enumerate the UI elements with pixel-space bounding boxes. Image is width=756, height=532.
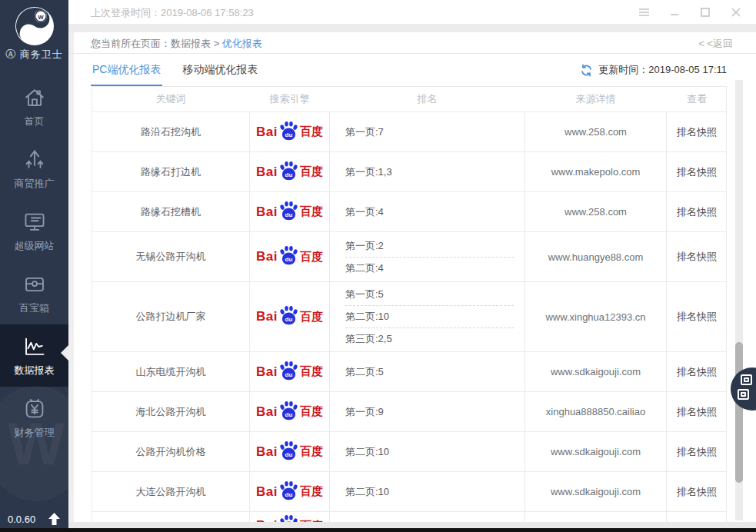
rank-line: 第一页:4 bbox=[345, 201, 514, 223]
rank-snapshot-link[interactable]: 排名快照 bbox=[677, 125, 717, 139]
source-cell: xinghua888850.cailiao bbox=[525, 392, 666, 431]
view-cell: 排名快照 bbox=[666, 152, 727, 191]
baidu-logo-icon: Bai du 百度 bbox=[256, 443, 323, 461]
table-body: 路沿石挖沟机 Bai du 百度 第一页:7 www.258.com 排名快照 bbox=[92, 112, 726, 523]
sidebar-item-百宝箱[interactable]: 百宝箱 bbox=[0, 262, 68, 324]
rank-cell: 第一页:4 bbox=[329, 192, 525, 231]
keyword-cell: 山东电缆开沟机 bbox=[92, 352, 249, 391]
version-label: 0.0.60 bbox=[8, 514, 35, 525]
menu-icon[interactable] bbox=[628, 3, 659, 22]
report-table: 关键词 搜索引擎 排名 来源详情 查看 路沿石挖沟机 Bai du 百度 bbox=[92, 86, 727, 523]
column-header-keyword: 关键词 bbox=[92, 87, 249, 111]
breadcrumb-row: 您当前所在页面：数据报表 > 优化报表 < <返回 bbox=[68, 32, 756, 54]
view-cell: 排名快照 bbox=[666, 232, 727, 281]
website-icon bbox=[23, 211, 46, 234]
breadcrumb-separator: > bbox=[214, 38, 220, 49]
baidu-logo-icon: Bai du 百度 bbox=[256, 308, 323, 326]
baidu-paw-icon: du bbox=[278, 201, 299, 221]
rank-snapshot-link[interactable]: 排名快照 bbox=[677, 445, 717, 459]
column-header-view: 查看 bbox=[666, 87, 727, 111]
window-controls bbox=[628, 3, 751, 22]
source-cell: www.258.com bbox=[525, 112, 666, 151]
svg-text:du: du bbox=[285, 171, 293, 178]
engine-cell: Bai du 百度 bbox=[249, 232, 329, 281]
view-cell: 排名快照 bbox=[666, 392, 727, 431]
rank-cell: 第二页:10 bbox=[329, 472, 525, 511]
sidebar-item-超级网站[interactable]: 超级网站 bbox=[0, 200, 68, 262]
titlebar-divider bbox=[68, 24, 756, 32]
app-window: w Ⓐ 商务卫士 首页 商贸推广 超级网站 百宝箱 数据报表 财务管理 W 0.… bbox=[0, 0, 756, 532]
rank-cell: 第一页:5第二页:10第三页:2,5 bbox=[329, 282, 525, 351]
toolbox-icon bbox=[23, 273, 46, 296]
keyword-cell: 公路打边机厂家 bbox=[92, 282, 249, 351]
tab-0[interactable]: PC端优化报表 bbox=[91, 54, 162, 86]
baidu-paw-icon: du bbox=[278, 121, 299, 141]
tab-1[interactable]: 移动端优化报表 bbox=[181, 54, 259, 86]
svg-text:du: du bbox=[285, 131, 293, 138]
rank-snapshot-link[interactable]: 排名快照 bbox=[677, 310, 717, 324]
minimize-icon[interactable] bbox=[659, 3, 690, 22]
rank-snapshot-link[interactable]: 排名快照 bbox=[677, 250, 717, 264]
svg-text:w: w bbox=[37, 13, 44, 21]
rank-snapshot-link[interactable]: 排名快照 bbox=[677, 405, 717, 419]
maximize-icon[interactable] bbox=[690, 3, 721, 22]
svg-text:du: du bbox=[285, 256, 293, 263]
vertical-scrollbar[interactable] bbox=[735, 80, 743, 520]
engine-cell: Bai du 百度 bbox=[249, 392, 329, 431]
view-cell: 排名快照 bbox=[666, 112, 727, 151]
sidebar-item-财务管理[interactable]: 财务管理 bbox=[0, 387, 68, 449]
view-cell bbox=[666, 512, 726, 523]
breadcrumb-prefix: 您当前所在页面： bbox=[91, 38, 171, 49]
refresh-icon[interactable] bbox=[580, 64, 593, 77]
svg-text:du: du bbox=[285, 316, 293, 323]
rank-snapshot-link[interactable]: 排名快照 bbox=[677, 165, 717, 179]
keyword-cell: 海北公路开沟机 bbox=[92, 392, 249, 431]
back-link[interactable]: < <返回 bbox=[698, 37, 733, 51]
source-cell: www.sdkaigouji.com bbox=[525, 432, 666, 471]
table-header-row: 关键词 搜索引擎 排名 来源详情 查看 bbox=[92, 87, 726, 112]
scrollbar-thumb[interactable] bbox=[735, 342, 743, 483]
rank-cell: 第二页:10 bbox=[329, 432, 525, 471]
baidu-paw-icon: du bbox=[278, 441, 299, 461]
keyword-cell: 无锡公路开沟机 bbox=[92, 232, 249, 281]
source-cell: www.258.com bbox=[525, 192, 666, 231]
baidu-logo-icon: Bai du 百度 bbox=[256, 248, 323, 266]
svg-text:du: du bbox=[285, 451, 293, 457]
sidebar-item-商贸推广[interactable]: 商贸推广 bbox=[0, 138, 68, 200]
rank-line: 第二页:5 bbox=[345, 361, 514, 383]
finance-icon bbox=[23, 397, 46, 421]
engine-cell: Bai du 百度 bbox=[249, 152, 329, 191]
sidebar-item-数据报表[interactable]: 数据报表 bbox=[0, 324, 68, 387]
breadcrumb: 您当前所在页面：数据报表 > 优化报表 bbox=[91, 37, 262, 51]
source-cell: www.sdkaigouji.com bbox=[525, 472, 666, 511]
window-bottom-edge bbox=[0, 528, 756, 532]
view-cell: 排名快照 bbox=[666, 352, 727, 391]
view-cell: 排名快照 bbox=[666, 432, 727, 471]
qr-glyph-icon bbox=[738, 389, 749, 400]
rank-cell: 第一页:1,3 bbox=[329, 152, 525, 191]
active-notch bbox=[61, 345, 68, 361]
rank-snapshot-link[interactable]: 排名快照 bbox=[677, 485, 717, 499]
column-header-source: 来源详情 bbox=[525, 87, 666, 111]
upgrade-arrow-button[interactable] bbox=[48, 512, 61, 526]
promotion-icon bbox=[23, 148, 46, 171]
table-row: 公路开沟机价格 Bai du 百度 第二页:10 www.sdkaigouji.… bbox=[92, 432, 726, 472]
app-logo-icon: w bbox=[15, 6, 55, 46]
sidebar-item-首页[interactable]: 首页 bbox=[0, 75, 68, 138]
rank-snapshot-link[interactable]: 排名快照 bbox=[677, 365, 717, 379]
baidu-logo-icon: Bai du 百度 bbox=[256, 483, 323, 501]
source-cell: www.huangye88.com bbox=[525, 232, 666, 281]
source-cell bbox=[525, 512, 666, 523]
source-cell: www.sdkaigouji.com bbox=[525, 352, 666, 391]
rank-line: 第二页:4 bbox=[345, 258, 514, 279]
baidu-paw-icon: du bbox=[278, 480, 299, 501]
baidu-paw-icon: du bbox=[278, 161, 299, 181]
brand: w Ⓐ 商务卫士 bbox=[0, 6, 68, 62]
close-icon[interactable] bbox=[721, 3, 751, 22]
rank-cell: 第一页:2第二页:4 bbox=[329, 232, 525, 281]
rank-snapshot-link[interactable]: 排名快照 bbox=[677, 205, 717, 219]
breadcrumb-current-link[interactable]: 优化报表 bbox=[222, 38, 262, 49]
rank-line: 第一页:9 bbox=[345, 401, 514, 423]
rank-line: 第一页:5 bbox=[345, 284, 514, 306]
baidu-logo-icon: Bai du 百度 bbox=[256, 363, 323, 381]
